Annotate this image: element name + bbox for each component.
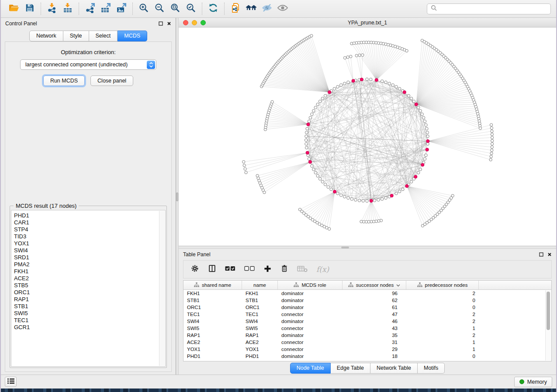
maximize-window-icon[interactable] (201, 20, 206, 25)
duplicate-network-button[interactable] (228, 2, 243, 16)
cell-name: SWI5 (242, 326, 278, 331)
mcds-result-list[interactable]: PHD1 CAR1 STP4 TID3 YOX1 SWI4 SRD1 PMA2 … (11, 210, 166, 367)
open-file-button[interactable] (6, 2, 22, 16)
tab-select[interactable]: Select (89, 31, 118, 41)
memory-button[interactable]: Memory (514, 377, 552, 387)
delete-row-button[interactable] (280, 264, 288, 275)
list-item[interactable]: ORC1 (14, 289, 165, 296)
table-row[interactable]: ACE2ACE2connector311 (183, 339, 551, 346)
splitter-grip[interactable] (176, 193, 178, 201)
list-item[interactable]: SWI4 (14, 247, 165, 254)
column-header-shared-name[interactable]: shared name (183, 281, 242, 289)
column-header-predecessor-nodes[interactable]: predecessor nodes (406, 281, 479, 289)
float-panel-icon[interactable] (159, 21, 163, 26)
table-row[interactable]: ORC1ORC1dominator610 (183, 304, 551, 311)
tab-edge-table[interactable]: Edge Table (331, 363, 370, 374)
float-panel-icon[interactable] (539, 252, 543, 257)
column-header-name[interactable]: name (242, 281, 278, 289)
list-item[interactable]: TID3 (14, 233, 165, 240)
deselect-all-button[interactable] (244, 265, 255, 273)
tab-network-table[interactable]: Network Table (370, 363, 418, 374)
list-item[interactable]: STB1 (14, 303, 165, 310)
zoom-fit-button[interactable] (167, 2, 183, 16)
table-row[interactable]: TEC1TEC1connector472 (183, 311, 551, 318)
close-panel-icon[interactable] (547, 252, 552, 257)
search-input[interactable] (439, 6, 547, 12)
columns-icon (208, 264, 216, 275)
list-item[interactable]: STB5 (14, 282, 165, 289)
export-image-button[interactable] (114, 2, 129, 16)
toolbar-separator (202, 3, 202, 15)
import-network-button[interactable] (44, 2, 60, 16)
close-panel-button[interactable]: Close panel (90, 76, 133, 86)
cell-successor-nodes: 43 (343, 326, 406, 331)
select-all-button[interactable] (225, 265, 235, 273)
import-table-button[interactable] (60, 2, 76, 16)
control-panel-tabs: Network Style Select MCDS (1, 31, 176, 41)
list-item[interactable]: ACE2 (14, 275, 165, 282)
list-item[interactable]: PMA2 (14, 261, 165, 268)
column-header-mcds-role[interactable]: MCDS role (278, 281, 343, 289)
list-item[interactable]: SWI5 (14, 310, 165, 317)
tab-motifs[interactable]: Motifs (418, 363, 445, 374)
export-network-button[interactable] (82, 2, 98, 16)
hide-selected-button[interactable] (259, 2, 275, 16)
application-window: Control Panel Network Style Select MCDS … (0, 0, 557, 392)
list-item[interactable]: TEC1 (14, 317, 165, 324)
tab-node-table[interactable]: Node Table (290, 363, 331, 374)
table-row[interactable]: SWI4SWI4dominator462 (183, 318, 551, 325)
table-row[interactable]: SWI5SWI5connector431 (183, 325, 551, 332)
result-list-scrollbar[interactable] (159, 211, 165, 366)
tab-network[interactable]: Network (29, 31, 63, 41)
settings-button[interactable] (190, 264, 199, 275)
close-window-icon[interactable] (183, 20, 188, 25)
list-item[interactable]: RAP1 (14, 296, 165, 303)
show-all-button[interactable] (275, 2, 291, 16)
save-session-button[interactable] (22, 2, 38, 16)
zoom-in-button[interactable] (136, 2, 152, 16)
optimization-criterion-dropdown[interactable]: largest connected component (undirected) (20, 59, 156, 70)
function-builder-button[interactable]: f(x) (316, 265, 329, 274)
refresh-view-button[interactable] (205, 2, 221, 16)
table-row[interactable]: RAP1RAP1dominator352 (183, 332, 551, 339)
search-field[interactable] (427, 3, 551, 14)
first-neighbors-button[interactable] (243, 2, 259, 16)
zoom-selected-button[interactable] (183, 2, 199, 16)
splitter-grip[interactable] (341, 247, 349, 248)
add-row-button[interactable] (263, 265, 272, 275)
show-columns-button[interactable] (208, 264, 216, 275)
list-item[interactable]: FKH1 (14, 268, 165, 275)
list-item[interactable]: YOX1 (14, 240, 165, 247)
list-item[interactable]: SRD1 (14, 254, 165, 261)
list-item[interactable]: STP4 (14, 226, 165, 233)
import-table-icon (62, 3, 73, 15)
tab-mcds[interactable]: MCDS (118, 31, 147, 41)
task-history-button[interactable] (5, 377, 17, 387)
minimize-window-icon[interactable] (192, 20, 197, 25)
table-scrollbar[interactable] (545, 290, 551, 361)
table-row[interactable]: STB1STB1dominator620 (183, 297, 551, 304)
optimization-criterion-label: Optimization criterion: (5, 49, 171, 55)
close-panel-icon[interactable] (167, 21, 171, 26)
horizontal-splitter[interactable] (179, 246, 556, 249)
cell-mcds-role: dominator (278, 298, 343, 303)
search-icon (431, 5, 437, 13)
delete-table-button[interactable] (297, 265, 308, 274)
export-table-button[interactable] (98, 2, 114, 16)
scrollbar-thumb[interactable] (547, 292, 550, 330)
table-row[interactable]: FKH1FKH1dominator962 (183, 290, 551, 297)
cell-successor-nodes: 18 (343, 354, 406, 359)
vertical-splitter[interactable] (176, 18, 179, 375)
network-canvas[interactable] (179, 28, 556, 246)
list-item[interactable]: GCR1 (14, 324, 165, 331)
zoom-out-button[interactable] (152, 2, 167, 16)
main-toolbar (1, 0, 556, 18)
list-item[interactable]: PHD1 (14, 212, 165, 219)
column-header-successor-nodes[interactable]: successor nodes (343, 281, 406, 289)
run-mcds-button[interactable]: Run MCDS (43, 76, 85, 86)
table-row[interactable]: YOX1YOX1connector291 (183, 346, 551, 353)
table-row[interactable]: PHD1PHD1dominator180 (183, 353, 551, 360)
tab-style[interactable]: Style (63, 31, 89, 41)
mcds-tab-pane: Optimization criterion: largest connecte… (5, 41, 172, 372)
list-item[interactable]: CAR1 (14, 219, 165, 226)
